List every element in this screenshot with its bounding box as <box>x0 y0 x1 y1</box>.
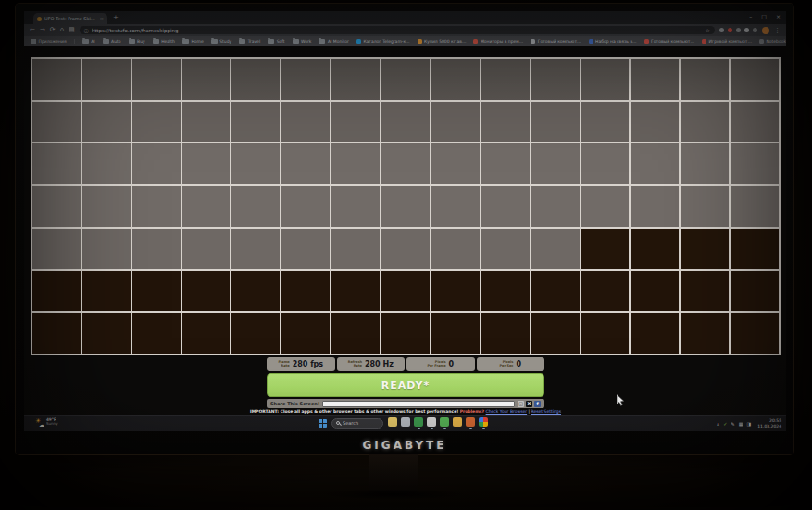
extension-icon[interactable] <box>719 28 724 32</box>
bookmark-link[interactable]: Мониторы в прем… <box>473 39 523 44</box>
grid-cell <box>381 102 430 143</box>
home-button[interactable]: ⌂ <box>60 27 64 33</box>
bookmark-favicon <box>418 39 422 44</box>
grid-cell <box>731 186 779 227</box>
bookmark-star-icon[interactable]: ☆ <box>706 27 710 33</box>
taskbar-search[interactable]: Search <box>331 418 383 429</box>
tab-close-icon[interactable]: × <box>100 16 104 21</box>
share-label: Share This Screen! <box>270 401 319 406</box>
taskbar-app-gray-app[interactable] <box>427 417 436 429</box>
taskbar-app-notes-app[interactable] <box>401 417 410 429</box>
extension-icon[interactable] <box>753 28 757 32</box>
tray-pen-icon[interactable]: ✎ <box>731 422 735 427</box>
stat-box: PixelsPer Frame0 <box>406 357 475 371</box>
weather-condition: Sunny <box>46 422 58 427</box>
running-indicator <box>418 428 420 429</box>
grid-cell <box>32 102 81 143</box>
bookmark-folder[interactable]: Home <box>182 39 204 44</box>
folder-icon <box>319 39 325 44</box>
bookmark-link[interactable]: Каталог Telegram-к… <box>356 39 410 44</box>
grid-cell <box>531 59 580 100</box>
maximize-button[interactable]: □ <box>761 13 767 19</box>
menu-icon[interactable]: ⋮ <box>774 27 781 34</box>
profile-avatar[interactable] <box>762 27 769 34</box>
grid-cell <box>681 59 729 100</box>
taskbar-app-orange-app[interactable] <box>466 417 475 429</box>
bookmark-label: Набор на связь в… <box>595 39 637 44</box>
stat-label: FrameRate <box>278 361 289 368</box>
app-icon <box>388 417 397 427</box>
bookmark-link[interactable]: NotebookLM <box>759 39 786 44</box>
bookmark-label: Игровой компьют… <box>708 39 751 44</box>
bookmark-link[interactable]: Игровой компьют… <box>702 39 752 44</box>
stat-label: RefreshRate <box>348 361 362 368</box>
bookmark-folder[interactable]: Work <box>293 39 312 44</box>
bookmark-label: Buy <box>137 39 145 44</box>
app-icon <box>401 417 410 427</box>
close-button[interactable]: × <box>776 13 781 19</box>
monitor-brand-logo: GIGABYTE <box>16 439 793 452</box>
site-info-icon[interactable]: ⓘ <box>84 28 89 33</box>
stat-label-line2: Per Sec <box>500 365 514 368</box>
taskbar-app-folder-app[interactable] <box>453 417 462 429</box>
grid-cell <box>681 186 729 227</box>
bookmark-link[interactable]: Готовый компьют… <box>644 39 694 44</box>
reset-settings-link[interactable]: Reset Settings <box>531 409 561 414</box>
bookmark-folder[interactable]: Buy <box>129 39 145 44</box>
bookmark-link[interactable]: Купил 5000 кг ав… <box>418 39 467 44</box>
bookmark-folder[interactable]: AI <box>82 39 95 44</box>
bookmark-folder[interactable]: Health <box>153 39 175 44</box>
tray-volume-icon[interactable]: ◨ <box>747 422 752 427</box>
back-button[interactable]: ← <box>30 27 35 33</box>
bookmark-label: Study <box>219 39 231 44</box>
forward-button[interactable]: → <box>40 27 45 33</box>
taskbar-app-chrome-app[interactable] <box>479 417 488 429</box>
ready-banner[interactable]: READY* <box>267 373 544 397</box>
bookmark-folder[interactable]: AI Monitor <box>319 39 348 44</box>
bookmark-label: Каталог Telegram-к… <box>363 39 409 44</box>
taskbar-clock[interactable]: 20:55 11.03.2024 <box>757 418 781 429</box>
grid-cell <box>182 186 231 227</box>
tray-network-icon[interactable]: ▦ <box>739 422 743 427</box>
reading-list-button[interactable]: ▤ <box>69 27 75 33</box>
bookmark-apps-shortcut[interactable]: Приложения <box>31 39 75 44</box>
bookmark-folder[interactable]: Study <box>211 39 232 44</box>
bookmark-link[interactable]: Готовый компьют… <box>531 39 581 44</box>
weather-widget[interactable]: ☀ ☁ 49°F Sunny <box>35 417 58 427</box>
minimize-button[interactable]: – <box>749 13 752 19</box>
bookmark-folder[interactable]: Soft <box>268 39 284 44</box>
facebook-icon[interactable]: f <box>534 401 541 407</box>
grid-cell <box>631 271 679 312</box>
search-label: Search <box>343 420 358 426</box>
grid-cell <box>581 143 630 184</box>
extension-icon[interactable] <box>736 28 741 32</box>
grid-cell <box>281 313 330 354</box>
grid-cell <box>82 59 131 100</box>
address-bar[interactable]: ⓘ https://testufo.com/frameskipping ☆ <box>80 26 715 34</box>
bookmark-label: Auto <box>111 39 120 44</box>
browser-tab[interactable]: UFO Test: Frame Skipping Che × <box>33 13 107 24</box>
new-tab-button[interactable]: + <box>113 13 119 23</box>
bookmark-link[interactable]: Набор на связь в… <box>589 39 637 44</box>
start-button[interactable] <box>319 419 327 428</box>
tray-chevron-icon[interactable]: ∧ <box>717 422 720 427</box>
grid-cell <box>281 143 330 184</box>
taskbar-app-messenger-app[interactable] <box>440 417 449 429</box>
stat-label-line2: Rate <box>281 365 290 368</box>
grid-cell <box>231 143 280 184</box>
reload-button[interactable]: ⟳ <box>50 27 56 33</box>
taskbar-app-weather-app[interactable] <box>388 417 397 429</box>
grid-cell <box>132 59 181 100</box>
taskbar-app-green-app[interactable] <box>414 417 423 429</box>
bookmark-folder[interactable]: Auto <box>103 39 121 44</box>
bookmark-folder[interactable]: Travel <box>239 39 260 44</box>
share-url-input[interactable] <box>322 401 515 407</box>
extension-icon[interactable] <box>744 28 749 32</box>
share-copy-icon[interactable]: ◱ <box>518 401 524 407</box>
grid-cell <box>132 143 181 184</box>
extension-icon[interactable] <box>728 28 732 32</box>
check-browser-link[interactable]: Check Your Browser <box>486 409 528 414</box>
tray-check-icon[interactable]: ✓ <box>723 422 727 427</box>
tab-title: UFO Test: Frame Skipping Che <box>44 16 97 21</box>
x-twitter-icon[interactable]: X <box>526 401 532 407</box>
